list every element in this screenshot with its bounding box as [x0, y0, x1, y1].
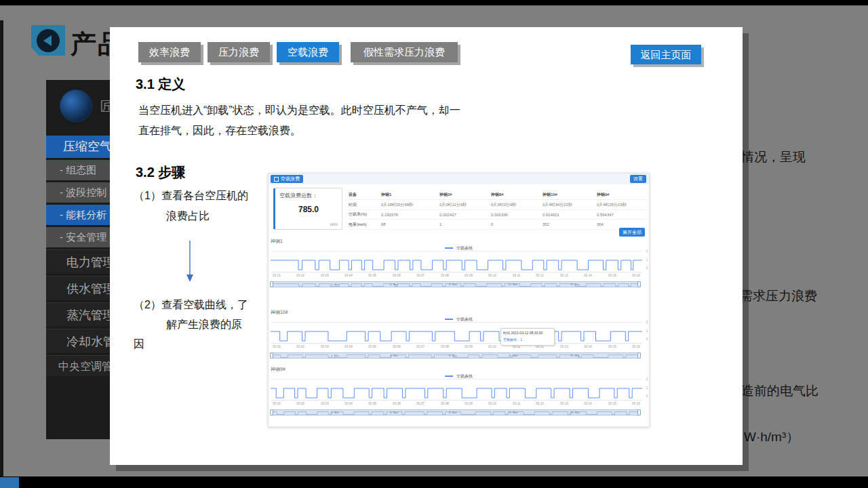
x-tick: 03-09	[465, 345, 473, 348]
slider-label: 11. Mar	[509, 354, 518, 357]
x-tick: 03-01	[273, 345, 281, 348]
content-modal: 效率浪费 压力浪费 空载浪费 假性需求压力浪费 返回主页面 3.1 定义 当空压…	[110, 27, 743, 465]
slider-label: 15. Mar	[570, 283, 579, 285]
cell: 0天0时0分9秒	[491, 202, 535, 208]
x-tick: 03-12	[536, 274, 544, 277]
x-tick: 03-07	[416, 274, 425, 277]
x-tick: 03-06	[393, 274, 401, 277]
cell: 68	[381, 222, 431, 226]
slider-label: 1. Mar	[331, 283, 339, 285]
summary-unit: kWh	[330, 222, 338, 226]
x-tick: 03-02	[296, 345, 304, 348]
plot-area: 2 1 0	[271, 379, 642, 401]
expand-all-button[interactable]: 展开全部	[619, 228, 645, 237]
datazoom-handle-left[interactable]	[270, 281, 273, 287]
chart-tooltip: 时间 2021-03-12 08:33:00 空载曲线：1	[500, 328, 555, 346]
panel-title: 空载浪费	[281, 175, 300, 183]
background-text: 情况，呈现	[741, 148, 806, 166]
x-tick: 03-05	[368, 402, 376, 405]
return-main-button[interactable]: 返回主页面	[631, 45, 701, 64]
datazoom-handle-right[interactable]	[637, 281, 641, 287]
cell: 1	[439, 222, 484, 226]
datazoom-handle-right[interactable]	[637, 352, 641, 359]
slider-label: 15. Mar	[570, 354, 579, 357]
slider-label: 4. Mar	[390, 411, 398, 413]
x-tick: 03-15	[608, 345, 616, 348]
chart-block-unit10: 神钢10# 空载曲线 2 1 0 03-0103-0203-0303-0403-…	[269, 309, 650, 363]
x-tick: 03-10	[488, 274, 496, 277]
x-tick: 03-03	[321, 274, 329, 277]
y-tick: 2	[646, 378, 648, 381]
slider-label: 8. Mar	[449, 354, 457, 357]
x-tick: 03-09	[465, 274, 473, 277]
tab-pressure-waste[interactable]: 压力浪费	[208, 42, 270, 62]
y-tick: 0	[646, 266, 648, 270]
summary-value: 785.0	[275, 205, 342, 214]
tab-false-demand-waste[interactable]: 假性需求压力浪费	[351, 42, 458, 62]
settings-button[interactable]: 设置	[630, 175, 646, 183]
legend-label: 空载曲线	[456, 317, 473, 323]
x-tick: 03-13	[560, 345, 568, 348]
datazoom-handle-right[interactable]	[637, 409, 641, 415]
datazoom-slider[interactable]: 1. Mar4. Mar8. Mar11. Mar15. Mar	[271, 352, 640, 359]
x-tick: 03-07	[416, 402, 425, 405]
y-tick: 2	[646, 249, 648, 253]
back-arrow-icon[interactable]	[31, 25, 65, 56]
x-axis: 03-0103-0203-0303-0403-0503-0603-0703-08…	[271, 344, 642, 349]
cell: 0天18时25分58秒	[381, 202, 431, 208]
slider-label: 15. Mar	[570, 411, 579, 413]
legend-label: 空载曲线	[456, 373, 473, 380]
tab-efficiency-waste[interactable]: 效率浪费	[138, 42, 201, 62]
tooltip-time: 时间 2021-03-12 08:33:00	[503, 331, 538, 336]
background-text: W·h/m³）	[744, 428, 799, 446]
y-tick: 0	[646, 394, 648, 398]
x-tick: 03-04	[344, 274, 353, 277]
datazoom-labels: 1. Mar4. Mar8. Mar11. Mar15. Mar	[271, 410, 639, 415]
datazoom-slider[interactable]: 1. Mar4. Mar8. Mar11. Mar15. Mar	[271, 409, 640, 415]
datazoom-handle-left[interactable]	[270, 352, 273, 359]
x-tick: 03-15	[608, 274, 616, 277]
table-row: 电量(kwh) 68 1 0 352 364	[349, 220, 647, 230]
x-tick: 03-01	[273, 402, 281, 405]
dashboard-screenshot: 空载浪费 设置 空载浪费总数： 785.0 kWh 设备 神钢1 神钢2# 神钢…	[268, 173, 650, 427]
x-tick: 03-08	[441, 402, 449, 405]
x-tick: 03-09	[465, 402, 473, 405]
datazoom-slider[interactable]: 1. Mar4. Mar8. Mar11. Mar15. Mar	[271, 281, 640, 287]
summary-label: 空载浪费总数：	[279, 192, 317, 199]
slider-label: 8. Mar	[449, 411, 457, 413]
x-tick: 03-04	[344, 345, 353, 348]
table-header-row: 设备 神钢1 神钢2# 神钢8# 神钢10# 神钢9#	[349, 190, 647, 200]
slider-label: 8. Mar	[449, 283, 457, 285]
x-tick: 03-05	[368, 274, 376, 277]
cell: 0天0时11分9秒	[439, 202, 484, 208]
x-tick: 03-14	[584, 345, 592, 348]
x-tick: 03-08	[441, 345, 449, 348]
cell: 364	[597, 222, 639, 226]
datazoom-handle-left[interactable]	[270, 409, 273, 415]
cell: 0.614621	[542, 212, 589, 216]
slider-label: 11. Mar	[509, 283, 518, 285]
slider-label: 1. Mar	[331, 354, 339, 357]
left-triangle-icon	[43, 35, 52, 46]
step-2-text: （2）查看空载曲线，了 解产生浪费的原 因	[134, 295, 269, 354]
x-tick: 03-05	[368, 345, 376, 348]
x-axis: 03-0103-0203-0303-0403-0503-0603-0703-08…	[271, 401, 642, 406]
cell: 0天4时34分22秒	[542, 202, 589, 208]
x-tick: 03-08	[441, 274, 449, 277]
legend-label: 空载曲线	[456, 245, 473, 251]
chart-block-unit9: 神钢9# 空载曲线 2 1 0 03-0103-0203-0303-0403-0…	[269, 366, 650, 420]
definition-text: 当空压机进入“卸载”状态，即认为是空载。此时空压机不产气，却一 直在排气，因此，…	[138, 100, 498, 141]
back-arrow-circle	[37, 29, 60, 52]
cell: 空载率(%)	[349, 211, 376, 218]
dashboard-header: 空载浪费 设置	[269, 174, 649, 184]
col-header: 神钢8#	[491, 192, 535, 198]
y-tick: 1	[646, 258, 648, 262]
x-tick: 03-10	[488, 402, 496, 405]
x-tick: 03-16	[632, 402, 640, 405]
panel-title-badge: 空载浪费	[271, 175, 303, 183]
col-header: 神钢1	[381, 192, 431, 198]
background-text: 需求压力浪费	[740, 287, 817, 305]
tab-noload-waste[interactable]: 空载浪费	[277, 42, 339, 62]
x-tick: 03-13	[560, 402, 568, 405]
bottom-left-blue-block	[0, 477, 19, 488]
